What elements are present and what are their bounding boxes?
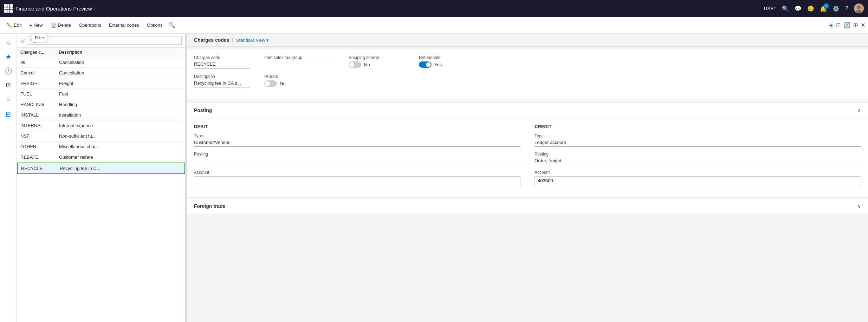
nav-recent[interactable]: 🕐 bbox=[2, 65, 15, 77]
description-field: Description Recycling fee in CA s... bbox=[194, 74, 250, 87]
debit-account-label: Account bbox=[194, 170, 520, 175]
cell-desc-8: Miscellanous char... bbox=[59, 144, 182, 149]
search-icon[interactable]: 🔍 bbox=[782, 5, 789, 12]
cell-desc-6: Internal expense bbox=[59, 123, 182, 128]
list-item[interactable]: HANDLING Handling bbox=[17, 99, 185, 110]
chat-icon[interactable]: 💬 bbox=[795, 5, 802, 12]
posting-chevron-icon: ∧ bbox=[857, 107, 861, 113]
col-header-code: Charges c... bbox=[20, 50, 59, 55]
posting-title: Posting bbox=[194, 107, 212, 113]
user-avatar[interactable] bbox=[854, 4, 864, 13]
layout-icon[interactable]: ⊡ bbox=[836, 22, 841, 28]
credit-column: CREDIT Type Ledger account Posting Order… bbox=[535, 124, 861, 191]
cell-code-10: RECYCLE bbox=[21, 166, 60, 171]
edit-button[interactable]: ✏️ Edit bbox=[3, 20, 25, 30]
item-sales-tax-field: Item sales tax group bbox=[264, 55, 335, 68]
debit-account-field: Account bbox=[194, 170, 520, 186]
list-item[interactable]: FUEL Fuel bbox=[17, 89, 185, 99]
credit-posting-value[interactable]: Order, freight bbox=[535, 158, 861, 165]
list-item[interactable]: FREIGHT Freight bbox=[17, 78, 185, 89]
debit-posting-field: Posting bbox=[194, 152, 520, 165]
debit-type-value[interactable]: Customer/Vendor bbox=[194, 140, 520, 147]
credit-account-input[interactable]: 403500 bbox=[535, 176, 861, 186]
waffle-menu[interactable] bbox=[4, 4, 13, 13]
nav-favorites[interactable]: ★ bbox=[2, 51, 15, 63]
delete-button[interactable]: 🗑️ Delete bbox=[47, 20, 75, 30]
shipping-charge-field: Shipping charge No bbox=[349, 55, 405, 68]
filter-input-wrap[interactable]: 🔍 bbox=[27, 37, 182, 45]
help-icon[interactable]: ? bbox=[845, 5, 848, 12]
sync-icon[interactable]: 🔄 bbox=[843, 22, 850, 28]
cell-code-4: HANDLING bbox=[20, 102, 59, 107]
item-sales-tax-value[interactable] bbox=[264, 61, 335, 63]
credit-posting-field: Posting Order, freight bbox=[535, 152, 861, 165]
operations-label: Operations bbox=[79, 22, 101, 28]
list-item[interactable]: INTERNAL Internal expense bbox=[17, 120, 185, 131]
window-expand-icon[interactable]: ⊞ bbox=[853, 22, 858, 28]
filter-input[interactable] bbox=[37, 38, 179, 43]
list-item[interactable]: RECYCLE Recycling fee in C... bbox=[17, 163, 185, 174]
prorate-toggle-label: No bbox=[280, 81, 286, 86]
nav-filter[interactable]: ⊟ bbox=[2, 108, 15, 121]
debit-posting-label: Posting bbox=[194, 152, 520, 157]
view-selector[interactable]: Standard view ▾ bbox=[236, 38, 269, 43]
foreign-trade-title: Foreign trade bbox=[194, 203, 225, 209]
debit-account-input[interactable] bbox=[194, 176, 520, 186]
credit-account-label: Account bbox=[535, 170, 861, 175]
description-value[interactable]: Recycling fee in CA s... bbox=[194, 80, 250, 87]
cell-desc-10: Recycling fee in C... bbox=[60, 166, 181, 171]
operations-button[interactable]: Operations bbox=[75, 20, 105, 30]
nav-modules[interactable]: ≡ bbox=[2, 93, 15, 105]
list-item[interactable]: NSF Non-sufficient fu... bbox=[17, 131, 185, 142]
prorate-toggle[interactable] bbox=[264, 80, 277, 87]
external-codes-button[interactable]: External codes bbox=[105, 20, 143, 30]
refundable-toggle-group: Yes bbox=[419, 61, 475, 68]
cell-desc-5: Installation bbox=[59, 112, 182, 118]
refundable-toggle[interactable] bbox=[419, 61, 432, 68]
prorate-field: Prorate No bbox=[264, 74, 320, 87]
credit-posting-label: Posting bbox=[535, 152, 861, 157]
list-item[interactable]: Cancel Cancellation bbox=[17, 68, 185, 78]
command-search-icon[interactable]: 🔍 bbox=[168, 22, 175, 28]
charges-code-value[interactable]: RECYCLE bbox=[194, 61, 250, 68]
nav-home[interactable]: ⌂ bbox=[2, 37, 15, 49]
filter-toggle-icon[interactable]: ▽ bbox=[20, 37, 25, 44]
bookmark-icon[interactable]: ◈ bbox=[829, 22, 833, 28]
list-item[interactable]: OTHER Miscellanous char... bbox=[17, 142, 185, 152]
cell-desc-9: Customer rebate bbox=[59, 155, 182, 160]
cell-desc-7: Non-sufficient fu... bbox=[59, 133, 182, 139]
settings-icon[interactable]: ⚙️ bbox=[833, 5, 840, 12]
description-label: Description bbox=[194, 74, 250, 79]
foreign-trade-header[interactable]: Foreign trade ∨ bbox=[187, 198, 868, 214]
emoji-icon[interactable]: 😊 bbox=[807, 5, 814, 12]
debit-posting-value[interactable] bbox=[194, 158, 520, 165]
credit-title: CREDIT bbox=[535, 124, 861, 129]
credit-type-value[interactable]: Ledger account bbox=[535, 140, 861, 147]
svg-point-1 bbox=[857, 6, 861, 9]
notification-area[interactable]: 🔔 0 bbox=[820, 5, 827, 12]
cell-code-8: OTHER bbox=[20, 144, 59, 149]
detail-divider: | bbox=[232, 37, 233, 43]
debit-type-label: Type bbox=[194, 133, 520, 138]
credit-account-field: Account 403500 bbox=[535, 170, 861, 186]
credit-account-value: 403500 bbox=[538, 178, 553, 183]
list-item[interactable]: REBATE Customer rebate bbox=[17, 152, 185, 163]
detail-header: Charges codes | Standard view ▾ bbox=[187, 34, 868, 47]
shipping-charge-toggle-label: No bbox=[364, 62, 370, 67]
cell-code-2: FREIGHT bbox=[20, 81, 59, 86]
list-item[interactable]: 99 Cancellation bbox=[17, 57, 185, 68]
item-sales-tax-label: Item sales tax group bbox=[264, 55, 335, 60]
nav-workspaces[interactable]: ⊞ bbox=[2, 79, 15, 91]
cell-desc-1: Cancellation bbox=[59, 70, 182, 75]
foreign-trade-section: Foreign trade ∨ bbox=[187, 198, 868, 214]
posting-section-header[interactable]: Posting ∧ bbox=[187, 103, 868, 118]
options-button[interactable]: Options bbox=[143, 20, 166, 30]
cell-desc-2: Freight bbox=[59, 81, 182, 86]
new-button[interactable]: + New Filter bbox=[26, 20, 46, 30]
shipping-charge-toggle[interactable] bbox=[349, 61, 361, 68]
cell-code-1: Cancel bbox=[20, 70, 59, 75]
title-bar: Finance and Operations Preview USRT 🔍 💬 … bbox=[0, 0, 868, 17]
notification-count: 0 bbox=[823, 3, 829, 9]
list-item[interactable]: INSTALL Installation bbox=[17, 110, 185, 120]
close-icon[interactable]: ✕ bbox=[861, 22, 865, 28]
